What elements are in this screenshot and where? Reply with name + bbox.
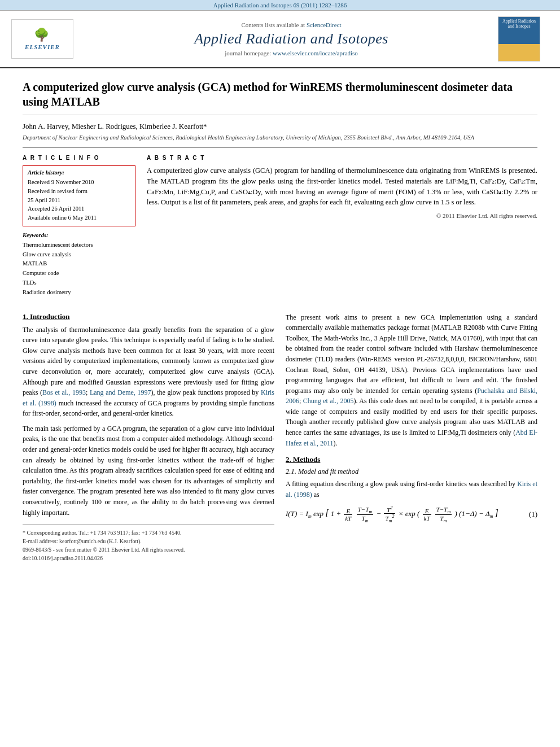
footnote-issn: 0969-8043/$ - see front matter © 2011 El… <box>23 545 274 554</box>
ref-kiris-methods[interactable]: Kiris et al. (1998) <box>286 480 537 499</box>
equation-display: I(T) = Im exp [ 1 + E kT T−Tm Tm − <box>286 505 498 523</box>
sciencedirect-line: Contents lists available at ScienceDirec… <box>85 21 498 28</box>
top-bar: Applied Radiation and Isotopes 69 (2011)… <box>0 0 560 11</box>
body-left-column: 1. Introduction The analysis of thermolu… <box>23 312 274 563</box>
revised-label: Received in revised form <box>28 187 130 196</box>
contents-text: Contents lists available at <box>241 21 305 28</box>
article-title: A computerized glow curve analysis (GCA)… <box>23 80 537 115</box>
intro-para-1: The analysis of thermoluminescence data … <box>23 325 274 419</box>
footnote-email: E-mail address: kearfott@umich.edu (K.J.… <box>23 537 274 545</box>
methods-para-1: A fitting equation describing a glow pea… <box>286 479 537 500</box>
article-info-column: A R T I C L E I N F O Article history: R… <box>23 155 135 303</box>
body-right-column: The present work aims to present a new G… <box>286 312 537 563</box>
methods-section: 2. Methods 2.1. Model and fit method A f… <box>286 455 537 523</box>
ref-chung[interactable]: Chung et al., 2005 <box>303 397 354 405</box>
abstract-text: A computerized glow curve analysis (GCA)… <box>147 165 537 208</box>
footnote-doi: doi:10.1016/j.apradiso.2011.04.026 <box>23 554 274 562</box>
main-content: A computerized glow curve analysis (GCA)… <box>0 68 560 574</box>
intro-heading: 1. Introduction <box>23 312 274 321</box>
accepted-date: Accepted 26 April 2011 <box>28 204 130 213</box>
sciencedirect-link[interactable]: ScienceDirect <box>307 21 342 28</box>
ref-abd[interactable]: Abd El-Hafez et al., 2011 <box>286 429 537 447</box>
keyword-4: Computer code <box>23 269 135 278</box>
ref-lang-deme[interactable]: Lang and Deme, 1997 <box>90 388 151 396</box>
publisher-logo-area: 🌳 ELSEVIER <box>11 19 85 59</box>
homepage-label: journal homepage: <box>225 50 271 56</box>
keyword-3: MATLAB <box>23 259 135 269</box>
tree-icon: 🌳 <box>34 28 49 42</box>
keywords-title: Keywords: <box>23 232 135 238</box>
journal-cover-area: Applied Radiation and Isotopes <box>498 16 549 62</box>
homepage-line: journal homepage: www.elsevier.com/locat… <box>85 50 498 56</box>
introduction-section: 1. Introduction The analysis of thermolu… <box>23 312 274 518</box>
keyword-1: Thermoluminescent detectors <box>23 241 135 250</box>
history-title: Article history: <box>28 169 130 176</box>
keywords-block: Keywords: Thermoluminescent detectors Gl… <box>23 232 135 298</box>
intro-right-para-1: The present work aims to present a new G… <box>286 312 537 449</box>
received-date: Received 9 November 2010 <box>28 178 130 187</box>
keyword-6: Radiation dosimetry <box>23 288 135 298</box>
elsevier-name: ELSEVIER <box>25 43 60 50</box>
elsevier-logo: 🌳 ELSEVIER <box>11 19 73 59</box>
copyright-line: © 2011 Elsevier Ltd. All rights reserved… <box>147 212 537 219</box>
available-date: Available online 6 May 2011 <box>28 213 130 222</box>
footnote-section: * Corresponding author. Tel.: +1 734 763… <box>23 525 274 562</box>
ref-bos-1993[interactable]: Bos et al., 1993 <box>42 388 86 396</box>
article-info-label: A R T I C L E I N F O <box>23 155 135 161</box>
equation-number: (1) <box>529 510 537 519</box>
revised-date: 25 April 2011 <box>28 196 130 205</box>
journal-title: Applied Radiation and Isotopes <box>85 30 498 47</box>
affiliation: Department of Nuclear Engineering and Ra… <box>23 134 537 141</box>
cover-bottom <box>498 44 540 61</box>
journal-info-center: Contents lists available at ScienceDirec… <box>85 21 498 56</box>
methods-subheading: 2.1. Model and fit method <box>286 468 537 476</box>
methods-heading: 2. Methods <box>286 455 537 464</box>
article-history-block: Article history: Received 9 November 201… <box>23 165 135 226</box>
equation-1: I(T) = Im exp [ 1 + E kT T−Tm Tm − <box>286 505 537 523</box>
authors: John A. Harvey, Miesher L. Rodrigues, Ki… <box>23 122 537 131</box>
abstract-label: A B S T R A C T <box>147 155 537 161</box>
journal-header: 🌳 ELSEVIER Contents lists available at S… <box>0 11 560 68</box>
footnote-corresponding: * Corresponding author. Tel.: +1 734 763… <box>23 528 274 537</box>
intro-para-2: The main task performed by a GCA program… <box>23 423 274 518</box>
cover-top: Applied Radiation and Isotopes <box>498 17 540 44</box>
keyword-2: Glow curve analysis <box>23 250 135 260</box>
journal-cover-image: Applied Radiation and Isotopes <box>498 16 540 62</box>
body-content: 1. Introduction The analysis of thermolu… <box>23 312 537 563</box>
journal-citation: Applied Radiation and Isotopes 69 (2011)… <box>213 2 347 8</box>
abstract-column: A B S T R A C T A computerized glow curv… <box>147 155 537 303</box>
intro-right-section: The present work aims to present a new G… <box>286 312 537 449</box>
homepage-link[interactable]: www.elsevier.com/locate/apradiso <box>273 50 358 56</box>
keyword-5: TLDs <box>23 278 135 288</box>
info-abstract-row: A R T I C L E I N F O Article history: R… <box>23 147 537 303</box>
